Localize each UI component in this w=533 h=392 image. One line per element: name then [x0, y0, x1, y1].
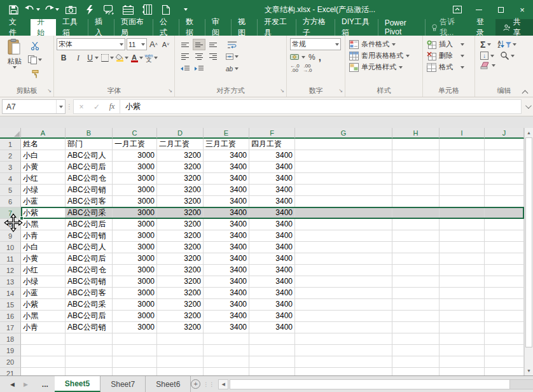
align-bottom-icon[interactable] — [207, 39, 219, 50]
cell-E9[interactable]: 3400 — [204, 230, 249, 242]
italic-button[interactable]: I — [71, 52, 85, 64]
cell-E3[interactable]: 3400 — [204, 162, 249, 173]
cell-F13[interactable]: 3400 — [249, 276, 295, 288]
cell-F15[interactable]: 3400 — [249, 299, 295, 311]
tab-power-pivot[interactable]: Power Pivot — [378, 19, 426, 36]
cell-D15[interactable]: 3200 — [157, 299, 204, 311]
vertical-scroll-track[interactable] — [525, 347, 533, 366]
cell-C18[interactable] — [113, 333, 157, 345]
cell-E19[interactable] — [204, 345, 249, 356]
cell-G12[interactable] — [295, 265, 392, 276]
cell-H13[interactable] — [392, 276, 440, 288]
cell-H19[interactable] — [392, 345, 440, 356]
cell-F14[interactable]: 3400 — [249, 288, 295, 299]
tab-fangfanggezi[interactable]: 方方格子 — [296, 19, 335, 36]
cell-C3[interactable]: 3000 — [113, 162, 157, 173]
font-dialog-launcher-icon[interactable]: ↘ — [168, 86, 172, 95]
clipboard-dialog-launcher-icon[interactable]: ↘ — [47, 86, 52, 95]
cell-E18[interactable] — [204, 333, 249, 345]
cell-J6[interactable] — [485, 196, 524, 207]
cell-G9[interactable] — [295, 230, 392, 242]
cell-E14[interactable]: 3400 — [204, 288, 249, 299]
cell-G14[interactable] — [295, 288, 392, 299]
tab-page-layout[interactable]: 页面布局 — [114, 19, 153, 36]
cell-D7[interactable]: 3200 — [157, 207, 204, 219]
row-header-12[interactable]: 12 — [0, 265, 21, 276]
column-header-C[interactable]: C — [113, 128, 157, 139]
cell-F16[interactable]: 3400 — [249, 311, 295, 322]
cell-I13[interactable] — [440, 276, 485, 288]
cell-D16[interactable]: 3200 — [157, 311, 204, 322]
cell-F12[interactable]: 3400 — [249, 265, 295, 276]
cell-I6[interactable] — [440, 196, 485, 207]
cell-B12[interactable]: ABC公司仓 — [66, 265, 113, 276]
row-header-1[interactable]: 1 — [0, 139, 21, 150]
tab-diy-toolbox[interactable]: DIY工具箱 — [335, 19, 378, 36]
cell-E11[interactable]: 3400 — [204, 253, 249, 265]
cell-I18[interactable] — [440, 333, 485, 345]
cell-B17[interactable]: ABC公司销 — [66, 322, 113, 333]
cell-D21[interactable] — [157, 368, 204, 375]
horizontal-scroll-thumb[interactable] — [230, 380, 510, 389]
delete-cells-button[interactable]: 删除 — [427, 51, 473, 60]
cell-D12[interactable]: 3200 — [157, 265, 204, 276]
cell-F5[interactable]: 3400 — [249, 185, 295, 196]
row-header-8[interactable]: 8 — [0, 219, 21, 230]
cell-C20[interactable] — [113, 356, 157, 368]
cell-G11[interactable] — [295, 253, 392, 265]
cell-B7[interactable]: ABC公司采 — [66, 207, 113, 219]
new-sheet-button[interactable]: + — [191, 376, 200, 392]
cell-B3[interactable]: ABC公司后 — [66, 162, 113, 173]
cell-B14[interactable]: ABC公司客 — [66, 288, 113, 299]
cell-H7[interactable] — [392, 207, 440, 219]
cell-A11[interactable]: 小黄 — [21, 253, 66, 265]
cell-D1[interactable]: 二月工资 — [157, 139, 204, 150]
cell-H15[interactable] — [392, 299, 440, 311]
sign-in-button[interactable]: 登录 — [470, 19, 495, 36]
column-header-I[interactable]: I — [440, 128, 485, 139]
align-top-icon[interactable] — [179, 39, 191, 50]
cell-G13[interactable] — [295, 276, 392, 288]
cell-J11[interactable] — [485, 253, 524, 265]
previous-sheet-icon[interactable]: ◀ — [10, 381, 15, 388]
borders-icon[interactable] — [100, 52, 114, 64]
cell-H10[interactable] — [392, 242, 440, 253]
tell-me-box[interactable]: 告诉我... — [426, 19, 470, 36]
orientation-icon[interactable]: ab — [226, 63, 239, 74]
increase-indent-icon[interactable] — [193, 63, 205, 74]
cell-H14[interactable] — [392, 288, 440, 299]
sort-filter-icon[interactable]: AZ — [497, 41, 516, 48]
row-header-11[interactable]: 11 — [0, 253, 21, 265]
align-center-icon[interactable] — [193, 51, 205, 62]
cell-I10[interactable] — [440, 242, 485, 253]
row-header-20[interactable]: 20 — [0, 356, 21, 368]
tab-file[interactable]: 文件 — [0, 19, 31, 36]
cell-F20[interactable] — [249, 356, 295, 368]
cell-C13[interactable]: 3000 — [113, 276, 157, 288]
cell-A7[interactable]: 小紫 — [21, 207, 66, 219]
cell-I14[interactable] — [440, 288, 485, 299]
tab-developer[interactable]: 开发工具 — [258, 19, 296, 36]
cell-H3[interactable] — [392, 162, 440, 173]
flash-fill-icon[interactable] — [81, 3, 98, 17]
cell-B13[interactable]: ABC公司销 — [66, 276, 113, 288]
cell-C19[interactable] — [113, 345, 157, 356]
cell-F9[interactable]: 3400 — [249, 230, 295, 242]
cell-F18[interactable] — [249, 333, 295, 345]
cell-G7[interactable] — [295, 207, 392, 219]
cell-H18[interactable] — [392, 333, 440, 345]
insert-function-icon[interactable]: fx — [104, 100, 120, 113]
cell-C11[interactable]: 3000 — [113, 253, 157, 265]
font-size-select[interactable]: 11 — [127, 38, 147, 50]
percent-style-icon[interactable]: % — [308, 53, 315, 62]
cell-J12[interactable] — [485, 265, 524, 276]
cut-icon[interactable] — [28, 40, 42, 52]
cell-J9[interactable] — [485, 230, 524, 242]
cell-C14[interactable]: 3000 — [113, 288, 157, 299]
cell-I2[interactable] — [440, 150, 485, 162]
cell-A5[interactable]: 小绿 — [21, 185, 66, 196]
cell-J16[interactable] — [485, 311, 524, 322]
cell-B11[interactable]: ABC公司后 — [66, 253, 113, 265]
cell-G18[interactable] — [295, 333, 392, 345]
cell-D6[interactable]: 3200 — [157, 196, 204, 207]
